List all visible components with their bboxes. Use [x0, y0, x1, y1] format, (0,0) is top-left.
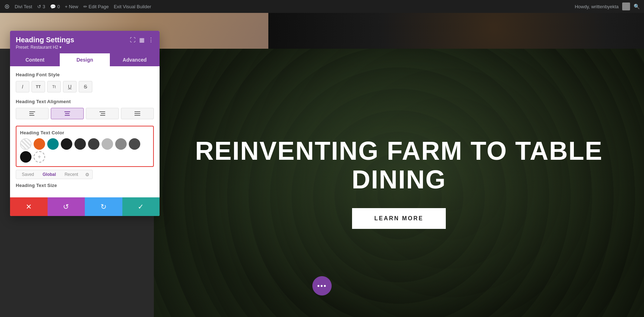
- panel-title-group: Heading Settings Preset: Restaurant H2 ▾: [16, 36, 74, 50]
- main-content: Reinventing Farm to Table Dining Learn M…: [0, 13, 644, 317]
- admin-bar-left: ⊛ Divi Test ↺ 3 💬 0 + New ✏ Edit Page Ex…: [4, 3, 151, 10]
- user-avatar[interactable]: [622, 3, 630, 10]
- color-label: Heading Text Color: [20, 130, 150, 135]
- panel-tabs: Content Design Advanced: [10, 53, 160, 66]
- teal-swatch[interactable]: [47, 138, 59, 150]
- dots-icon: •••: [317, 282, 327, 290]
- tab-content[interactable]: Content: [10, 53, 60, 66]
- hero-text-content: Reinventing Farm to Table Dining Learn M…: [154, 137, 644, 229]
- color-swatches-row2: +: [20, 151, 150, 163]
- tab-advanced[interactable]: Advanced: [110, 53, 160, 66]
- global-color-tab[interactable]: Global: [40, 171, 59, 178]
- panel-header: Heading Settings Preset: Restaurant H2 ▾…: [10, 31, 160, 53]
- cancel-button[interactable]: ✕: [10, 197, 48, 216]
- panel-header-icons: ⛶ ▦ ⋮: [130, 37, 154, 43]
- underline-button[interactable]: U: [63, 81, 77, 92]
- svg-rect-5: [65, 115, 70, 116]
- svg-rect-9: [135, 111, 140, 112]
- floating-dots-button[interactable]: •••: [312, 276, 332, 296]
- svg-rect-0: [29, 111, 35, 112]
- tab-design[interactable]: Design: [60, 53, 109, 66]
- hero-main-area: Reinventing Farm to Table Dining Learn M…: [154, 49, 644, 317]
- color-tabs-row: Saved Global Recent ⚙: [16, 170, 93, 179]
- comments-icon: 💬: [50, 4, 56, 9]
- learn-more-button[interactable]: Learn More: [352, 208, 446, 229]
- nearblack-swatch[interactable]: [20, 151, 31, 163]
- site-name[interactable]: Divi Test: [15, 4, 32, 9]
- svg-rect-1: [29, 113, 34, 114]
- dark3-swatch[interactable]: [88, 138, 99, 150]
- alignment-row: [16, 108, 154, 119]
- color-section: Heading Text Color: [16, 126, 154, 167]
- dark1-swatch[interactable]: [61, 138, 72, 150]
- color-swatches-row1: [20, 138, 150, 150]
- panel-preset[interactable]: Preset: Restaurant H2 ▾: [16, 45, 74, 50]
- italic-button[interactable]: I: [16, 81, 29, 92]
- font-style-row: I TT Tt U S: [16, 81, 154, 92]
- more-options-icon[interactable]: ⋮: [148, 37, 154, 43]
- orange-swatch[interactable]: [34, 138, 45, 150]
- admin-bar-right: Howdy, writtenbyekta 🔍: [575, 3, 640, 10]
- font-style-label: Heading Font Style: [16, 72, 154, 77]
- svg-rect-11: [135, 115, 140, 116]
- revisions-item[interactable]: ↺ 3: [37, 4, 45, 9]
- panel-body: Heading Font Style I TT Tt U S Heading T…: [10, 66, 160, 197]
- transparent-swatch[interactable]: [20, 138, 31, 150]
- wordpress-logo-icon[interactable]: ⊛: [4, 3, 10, 10]
- color-settings-icon[interactable]: ⚙: [85, 172, 89, 177]
- howdy-text: Howdy, writtenbyekta: [575, 4, 619, 9]
- undo-button[interactable]: ↺: [48, 197, 85, 216]
- fullscreen-icon[interactable]: ⛶: [130, 37, 136, 43]
- align-left-button[interactable]: [16, 108, 49, 119]
- capitalize-button[interactable]: Tt: [47, 81, 61, 92]
- pencil-icon: ✏: [83, 4, 87, 9]
- dark2-swatch[interactable]: [74, 138, 86, 150]
- gray2-swatch[interactable]: [115, 138, 127, 150]
- columns-icon[interactable]: ▦: [139, 37, 145, 43]
- alignment-label: Heading Text Alignment: [16, 99, 154, 104]
- recent-color-tab[interactable]: Recent: [62, 171, 81, 178]
- svg-rect-2: [29, 115, 34, 116]
- align-right-button[interactable]: [86, 108, 119, 119]
- panel-actions: ✕ ↺ ↻ ✓: [10, 197, 160, 216]
- svg-rect-4: [65, 113, 69, 114]
- align-center-button[interactable]: [51, 108, 84, 119]
- exit-builder-item[interactable]: Exit Visual Builder: [114, 4, 151, 9]
- revisions-icon: ↺: [37, 4, 41, 9]
- search-icon[interactable]: 🔍: [634, 4, 640, 9]
- add-color-button[interactable]: +: [34, 151, 45, 163]
- strikethrough-button[interactable]: S: [79, 81, 92, 92]
- settings-panel: Heading Settings Preset: Restaurant H2 ▾…: [10, 31, 160, 216]
- uppercase-button[interactable]: TT: [31, 81, 45, 92]
- svg-rect-8: [100, 115, 105, 116]
- hero-heading: Reinventing Farm to Table Dining: [154, 137, 644, 193]
- gray1-swatch[interactable]: [102, 138, 113, 150]
- svg-rect-7: [101, 113, 105, 114]
- svg-rect-3: [64, 111, 70, 112]
- panel-title: Heading Settings: [16, 36, 74, 44]
- saved-color-tab[interactable]: Saved: [19, 171, 37, 178]
- comments-item[interactable]: 💬 0: [50, 4, 60, 9]
- text-size-label: Heading Text Size: [16, 183, 154, 188]
- align-justify-button[interactable]: [121, 108, 154, 119]
- save-button[interactable]: ✓: [122, 197, 160, 216]
- svg-rect-10: [135, 113, 140, 114]
- admin-bar: ⊛ Divi Test ↺ 3 💬 0 + New ✏ Edit Page Ex…: [0, 0, 644, 13]
- hero-top-right-image: [268, 13, 644, 49]
- new-item[interactable]: + New: [65, 4, 78, 9]
- redo-button[interactable]: ↻: [85, 197, 122, 216]
- edit-page-item[interactable]: ✏ Edit Page: [83, 4, 109, 9]
- darkgray-swatch[interactable]: [129, 138, 140, 150]
- preset-chevron-icon: ▾: [59, 45, 62, 50]
- svg-rect-6: [99, 111, 105, 112]
